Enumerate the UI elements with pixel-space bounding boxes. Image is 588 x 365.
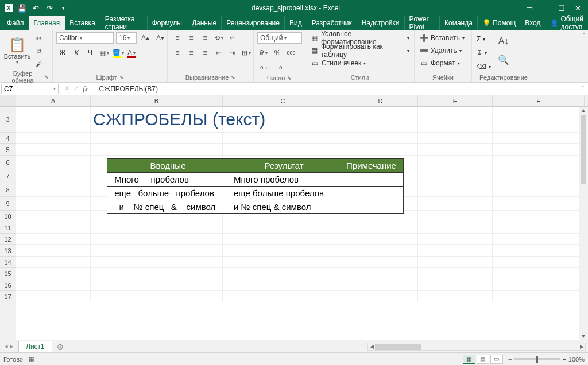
- cell[interactable]: [493, 234, 585, 245]
- align-middle-button[interactable]: ≡: [185, 32, 198, 44]
- tab-page-layout[interactable]: Разметка страни: [100, 16, 148, 30]
- minimize-icon[interactable]: —: [541, 3, 550, 13]
- save-icon[interactable]: 💾: [17, 3, 26, 13]
- scroll-left-arrow[interactable]: ◀: [368, 343, 375, 350]
- cell[interactable]: [223, 234, 343, 245]
- autosum-button[interactable]: Σ▾: [475, 33, 492, 45]
- tab-review[interactable]: Рецензирование: [222, 16, 285, 30]
- cell[interactable]: еще больше пробелов: [229, 187, 339, 200]
- collapse-ribbon-button[interactable]: ˄: [580, 30, 588, 82]
- cell[interactable]: [493, 245, 585, 257]
- row-header[interactable]: 5: [0, 144, 16, 156]
- cell[interactable]: [418, 133, 493, 144]
- cell[interactable]: [418, 291, 493, 302]
- zoom-level[interactable]: 100%: [568, 356, 585, 363]
- enter-formula-button[interactable]: ✓: [74, 84, 79, 94]
- cell[interactable]: [418, 144, 493, 156]
- new-sheet-button[interactable]: ⊕: [52, 342, 68, 351]
- scroll-up-arrow[interactable]: ▲: [579, 107, 587, 114]
- cell[interactable]: [418, 197, 493, 211]
- font-size-select[interactable]: 16: [116, 32, 137, 44]
- table-header[interactable]: Результат: [229, 159, 339, 173]
- align-bottom-button[interactable]: ≡: [199, 32, 211, 44]
- cell[interactable]: [343, 268, 418, 279]
- column-header[interactable]: B: [91, 95, 223, 106]
- cell[interactable]: [493, 169, 585, 183]
- vertical-scrollbar[interactable]: ▲ ▼: [579, 107, 588, 340]
- decrease-indent-button[interactable]: ⇤: [212, 47, 225, 59]
- cell[interactable]: [343, 133, 418, 144]
- cell[interactable]: [493, 279, 585, 291]
- format-as-table-button[interactable]: ▤Форматировать как таблицу▾: [309, 45, 411, 56]
- insert-function-button[interactable]: fx: [83, 84, 88, 94]
- cell[interactable]: [16, 169, 91, 183]
- increase-indent-button[interactable]: ⇥: [226, 47, 239, 59]
- comma-style-button[interactable]: 000: [285, 47, 297, 59]
- tab-formulas[interactable]: Формулы: [148, 16, 187, 30]
- row-header[interactable]: 11: [0, 222, 16, 234]
- cell[interactable]: [493, 133, 585, 144]
- tell-me[interactable]: 💡 Помощ: [478, 16, 520, 30]
- font-dialog-launcher[interactable]: ⬊: [119, 75, 124, 80]
- cell[interactable]: и № спец & символ: [229, 200, 339, 214]
- format-cells-button[interactable]: ▭Формат▾: [418, 57, 461, 69]
- cell[interactable]: [223, 291, 343, 302]
- cell[interactable]: [91, 257, 223, 268]
- row-header[interactable]: 12: [0, 234, 16, 245]
- cell[interactable]: [16, 211, 91, 222]
- cell[interactable]: [418, 279, 493, 291]
- row-header[interactable]: 9: [0, 197, 16, 211]
- borders-button[interactable]: ▦: [98, 47, 110, 59]
- cell[interactable]: [418, 156, 493, 169]
- cell[interactable]: [493, 291, 585, 302]
- cell[interactable]: [418, 268, 493, 279]
- sheet-split-handle[interactable]: ⋮: [357, 343, 368, 350]
- cell[interactable]: [493, 107, 585, 133]
- number-dialog-launcher[interactable]: ⬊: [287, 75, 292, 81]
- conditional-formatting-button[interactable]: ▦Условное форматирование▾: [309, 32, 411, 44]
- clipboard-dialog-launcher[interactable]: ⬊: [44, 74, 49, 80]
- zoom-in-button[interactable]: +: [562, 356, 566, 363]
- maximize-icon[interactable]: ☐: [557, 3, 566, 13]
- font-name-select[interactable]: Calibri: [56, 32, 114, 44]
- macro-record-button[interactable]: ▦: [29, 355, 34, 363]
- align-right-button[interactable]: ≡: [199, 47, 211, 59]
- align-left-button[interactable]: ≡: [171, 47, 184, 59]
- cell[interactable]: Много пробелов: [229, 173, 339, 187]
- cell[interactable]: [493, 211, 585, 222]
- decrease-decimal-button[interactable]: ←.0: [271, 62, 284, 73]
- copy-button[interactable]: ⧉: [33, 46, 45, 56]
- number-format-select[interactable]: Общий: [257, 32, 302, 44]
- table-header[interactable]: Вводные: [107, 159, 229, 173]
- cell[interactable]: [91, 245, 223, 257]
- cell[interactable]: [418, 211, 493, 222]
- grid[interactable]: A B C D E F СЖПРОБЕЛЫ (текст): [16, 95, 588, 340]
- cell[interactable]: [91, 291, 223, 302]
- cell[interactable]: [343, 245, 418, 257]
- cell[interactable]: [339, 187, 404, 200]
- row-header[interactable]: 16: [0, 279, 16, 291]
- cell[interactable]: [16, 197, 91, 211]
- sheet-tab-active[interactable]: Лист1: [18, 341, 52, 352]
- undo-icon[interactable]: ↶: [31, 3, 40, 13]
- cell[interactable]: [16, 268, 91, 279]
- merge-button[interactable]: ⊞: [240, 47, 253, 59]
- cell[interactable]: [343, 279, 418, 291]
- increase-decimal-button[interactable]: .0→: [257, 62, 270, 73]
- cell[interactable]: [418, 234, 493, 245]
- cell[interactable]: [418, 107, 493, 133]
- cell[interactable]: [343, 257, 418, 268]
- formula-input[interactable]: =СЖПРОБЕЛЫ(B7): [91, 84, 578, 94]
- cell[interactable]: [493, 268, 585, 279]
- row-header[interactable]: 8: [0, 183, 16, 197]
- fill-button[interactable]: ↧▾: [475, 47, 492, 59]
- qat-customize-icon[interactable]: ▾: [59, 3, 68, 13]
- cell[interactable]: [223, 257, 343, 268]
- scroll-thumb[interactable]: [581, 115, 586, 184]
- cell[interactable]: [16, 133, 91, 144]
- underline-button[interactable]: Ч: [84, 47, 96, 59]
- alignment-dialog-launcher[interactable]: ⬊: [231, 75, 235, 80]
- cell[interactable]: [418, 169, 493, 183]
- cell[interactable]: [16, 144, 91, 156]
- cell[interactable]: [91, 234, 223, 245]
